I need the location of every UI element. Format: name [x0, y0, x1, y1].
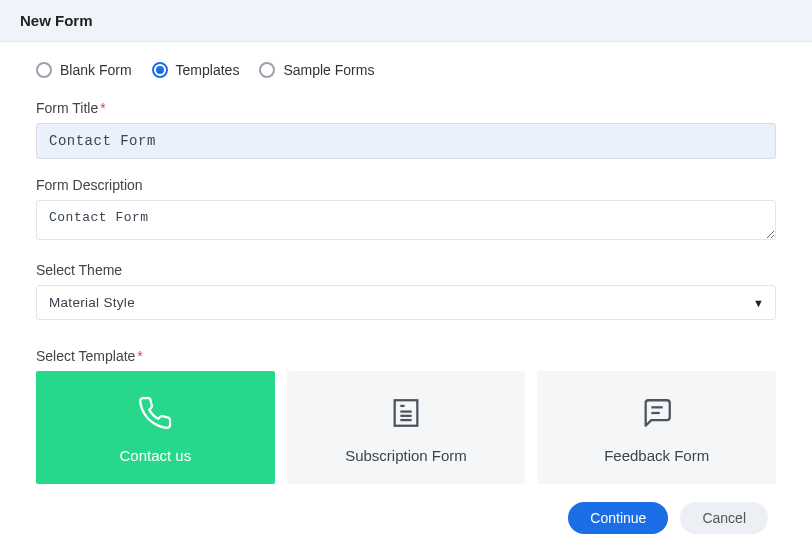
- radio-label: Templates: [176, 62, 240, 78]
- radio-templates[interactable]: Templates: [152, 62, 240, 78]
- select-theme-dropdown[interactable]: Material Style: [36, 285, 776, 320]
- dialog-content: Blank Form Templates Sample Forms Form T…: [0, 42, 812, 550]
- select-template-label: Select Template*: [36, 348, 776, 364]
- template-cards-row: Contact us Subscription Form: [36, 371, 776, 484]
- radio-icon-selected: [152, 62, 168, 78]
- radio-label: Blank Form: [60, 62, 132, 78]
- dialog-title: New Form: [20, 12, 792, 29]
- template-card-feedback[interactable]: Feedback Form: [537, 371, 776, 484]
- required-marker: *: [137, 348, 142, 364]
- select-theme-group: Select Theme Material Style ▼: [36, 262, 776, 320]
- radio-label: Sample Forms: [283, 62, 374, 78]
- form-description-input[interactable]: Contact Form: [36, 200, 776, 240]
- template-card-subscription[interactable]: Subscription Form: [287, 371, 526, 484]
- select-theme-wrap: Material Style ▼: [36, 285, 776, 320]
- form-description-group: Form Description Contact Form: [36, 177, 776, 244]
- dialog-header: New Form: [0, 0, 812, 42]
- radio-blank-form[interactable]: Blank Form: [36, 62, 132, 78]
- form-title-input[interactable]: [36, 123, 776, 159]
- template-title: Contact us: [119, 447, 191, 464]
- document-icon: [386, 393, 426, 433]
- form-description-label: Form Description: [36, 177, 776, 193]
- chat-icon: [637, 393, 677, 433]
- radio-icon: [259, 62, 275, 78]
- radio-sample-forms[interactable]: Sample Forms: [259, 62, 374, 78]
- cancel-button[interactable]: Cancel: [680, 502, 768, 534]
- template-title: Subscription Form: [345, 447, 467, 464]
- select-template-group: Select Template* Contact us: [36, 348, 776, 484]
- select-theme-label: Select Theme: [36, 262, 776, 278]
- radio-icon: [36, 62, 52, 78]
- continue-button[interactable]: Continue: [568, 502, 668, 534]
- template-title: Feedback Form: [604, 447, 709, 464]
- required-marker: *: [100, 100, 105, 116]
- svg-rect-0: [395, 400, 418, 426]
- form-title-label: Form Title*: [36, 100, 776, 116]
- phone-icon: [135, 393, 175, 433]
- form-title-group: Form Title*: [36, 100, 776, 159]
- template-card-contact[interactable]: Contact us: [36, 371, 275, 484]
- dialog-footer: Continue Cancel: [36, 502, 776, 534]
- form-type-radio-group: Blank Form Templates Sample Forms: [36, 62, 776, 78]
